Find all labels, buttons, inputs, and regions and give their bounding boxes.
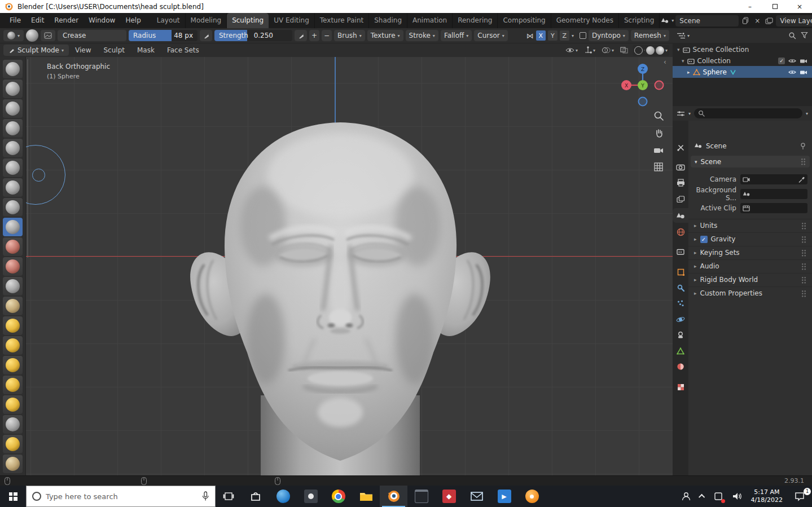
brush-snake-hook[interactable] bbox=[3, 395, 23, 414]
ortho-grid-icon[interactable] bbox=[651, 160, 666, 174]
taskbar-app-orange[interactable] bbox=[518, 486, 546, 507]
active-clip-field[interactable] bbox=[740, 203, 807, 213]
stroke-popover[interactable]: Stroke▾ bbox=[406, 30, 438, 41]
people-icon[interactable] bbox=[677, 486, 696, 507]
texture-popover[interactable]: Texture▾ bbox=[367, 30, 403, 41]
brush-nudge[interactable] bbox=[3, 455, 23, 473]
tab-scripting[interactable]: Scripting bbox=[619, 13, 660, 28]
radius-pressure-icon[interactable] bbox=[200, 30, 212, 41]
pan-hand-icon[interactable] bbox=[651, 126, 666, 140]
tab-collection-icon[interactable] bbox=[673, 244, 688, 259]
section-rigid-body-world[interactable]: ▸Rigid Body World bbox=[688, 273, 812, 286]
brush-crease[interactable] bbox=[3, 218, 23, 236]
taskbar-app-blender[interactable] bbox=[380, 486, 407, 507]
maximize-button[interactable] bbox=[762, 0, 787, 13]
collection-camera-icon[interactable] bbox=[800, 58, 807, 64]
tab-object-data-icon[interactable] bbox=[673, 343, 688, 358]
volume-icon[interactable] bbox=[727, 486, 747, 507]
shading-wireframe-button[interactable] bbox=[634, 46, 643, 55]
tab-physics-icon[interactable] bbox=[673, 312, 688, 327]
menu-help[interactable]: Help bbox=[120, 13, 146, 28]
zoom-icon[interactable] bbox=[651, 108, 666, 123]
tab-modifiers-icon[interactable] bbox=[673, 280, 688, 295]
brush-clay-thumb[interactable] bbox=[3, 139, 23, 157]
taskbar-app-file-explorer[interactable] bbox=[352, 486, 380, 507]
outliner-editor-icon[interactable] bbox=[677, 32, 685, 39]
sphere-hide-eye-icon[interactable] bbox=[788, 69, 796, 76]
action-center-button[interactable]: 1 bbox=[787, 486, 812, 507]
brush-asset-icon[interactable] bbox=[41, 30, 55, 41]
tab-texture-icon[interactable] bbox=[673, 380, 688, 394]
tab-scene-icon[interactable] bbox=[673, 208, 688, 223]
brush-preview[interactable] bbox=[26, 29, 38, 42]
section-units[interactable]: ▸Units bbox=[688, 219, 812, 232]
outliner-filter-icon[interactable] bbox=[801, 32, 808, 39]
task-view-button[interactable] bbox=[216, 486, 242, 507]
section-custom-properties[interactable]: ▸Custom Properties bbox=[688, 286, 812, 299]
collection-checkbox[interactable]: ✓ bbox=[778, 58, 785, 64]
brush-draw-sharp[interactable] bbox=[3, 80, 23, 98]
viewport-3d[interactable]: Back Orthographic (1) Sphere Z X Y ‹ bbox=[26, 57, 673, 475]
new-scene-icon[interactable] bbox=[740, 15, 750, 27]
brush-clay-strips[interactable] bbox=[3, 119, 23, 138]
menu-window[interactable]: Window bbox=[84, 13, 120, 28]
taskbar-search[interactable] bbox=[26, 486, 216, 507]
tab-layout[interactable]: Layout bbox=[152, 13, 186, 28]
menu-sculpt[interactable]: Sculpt bbox=[97, 43, 130, 58]
shading-options-caret[interactable]: ▾ bbox=[665, 48, 668, 53]
taskbar-search-input[interactable] bbox=[46, 492, 197, 501]
taskbar-clock[interactable]: 5:17 AM 4/18/2022 bbox=[747, 488, 787, 504]
tab-render-icon[interactable] bbox=[673, 160, 688, 174]
brush-inflate[interactable] bbox=[3, 178, 23, 197]
brush-grab[interactable] bbox=[3, 356, 23, 374]
brush-pose[interactable] bbox=[3, 435, 23, 453]
outliner-search-icon[interactable] bbox=[788, 32, 796, 39]
menu-edit[interactable]: Edit bbox=[26, 13, 49, 28]
view-layer-icon[interactable] bbox=[764, 15, 774, 27]
menu-face-sets[interactable]: Face Sets bbox=[161, 43, 205, 58]
taskbar-app-edge[interactable] bbox=[269, 486, 297, 507]
scene-dropdown-caret[interactable]: ▾ bbox=[671, 18, 674, 23]
brush-smooth[interactable] bbox=[3, 237, 23, 256]
properties-options-caret[interactable]: ▾ bbox=[806, 111, 808, 116]
tab-animation[interactable]: Animation bbox=[407, 13, 453, 28]
properties-search-input[interactable] bbox=[707, 110, 798, 117]
strength-pressure-icon[interactable] bbox=[295, 30, 307, 41]
symmetry-z-toggle[interactable]: Z bbox=[560, 30, 569, 41]
symmetry-options-caret[interactable]: ▾ bbox=[572, 33, 574, 38]
microphone-icon[interactable] bbox=[201, 491, 209, 501]
tab-world-icon[interactable] bbox=[673, 224, 688, 239]
brush-draw[interactable] bbox=[3, 60, 23, 78]
gravity-checkbox[interactable]: ✓ bbox=[700, 236, 708, 243]
symmetry-y-toggle[interactable]: Y bbox=[548, 30, 558, 41]
tab-output-icon[interactable] bbox=[673, 175, 688, 190]
collection-hide-eye-icon[interactable] bbox=[788, 58, 796, 64]
properties-editor-icon[interactable] bbox=[677, 110, 685, 117]
outliner-row-sphere[interactable]: ▸ Sphere bbox=[673, 66, 812, 78]
tab-constraints-icon[interactable] bbox=[673, 328, 688, 342]
brush-fill[interactable] bbox=[3, 277, 23, 296]
properties-editor-caret[interactable]: ▾ bbox=[688, 111, 691, 116]
tab-modeling[interactable]: Modeling bbox=[186, 13, 227, 28]
sphere-camera-icon[interactable] bbox=[800, 69, 807, 76]
tab-uv-editing[interactable]: UV Editing bbox=[269, 13, 315, 28]
brush-popover[interactable]: Brush▾ bbox=[334, 30, 365, 41]
menu-mask[interactable]: Mask bbox=[131, 43, 161, 58]
tab-texture-paint[interactable]: Texture Paint bbox=[315, 13, 369, 28]
tab-tool-icon[interactable] bbox=[673, 140, 688, 155]
dyntopo-toggle-checkbox[interactable] bbox=[580, 32, 586, 39]
brush-elastic-deform[interactable] bbox=[3, 376, 23, 394]
shading-rendered-button[interactable] bbox=[656, 46, 664, 55]
minimize-button[interactable]: – bbox=[738, 0, 762, 13]
outliner-editor-caret[interactable]: ▾ bbox=[687, 33, 690, 38]
scene-selector[interactable]: Scene bbox=[675, 15, 739, 27]
taskbar-app-store[interactable] bbox=[242, 486, 269, 507]
eyedropper-icon[interactable] bbox=[798, 176, 805, 183]
scene-panel-header[interactable]: ▾ Scene bbox=[691, 156, 810, 167]
tab-particles-icon[interactable] bbox=[673, 296, 688, 311]
cursor-popover[interactable]: Cursor▾ bbox=[474, 30, 507, 41]
menu-view[interactable]: View bbox=[69, 43, 97, 58]
camera-view-icon[interactable] bbox=[651, 143, 666, 158]
overlays-popover[interactable]: ▾ bbox=[600, 45, 616, 56]
panel-grip[interactable] bbox=[801, 158, 806, 165]
